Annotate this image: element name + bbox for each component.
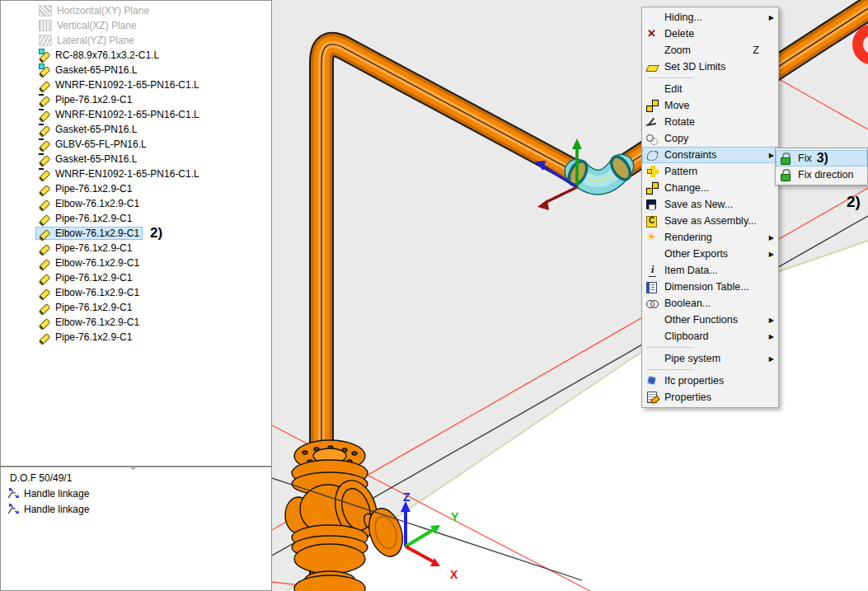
tree-item[interactable]: Vertical(XZ) Plane bbox=[1, 18, 271, 33]
annotation-2-viewport: 2) bbox=[847, 193, 861, 211]
menu-item-icon bbox=[645, 44, 659, 57]
tree-item[interactable]: Elbow-76.1x2.9-C1 bbox=[1, 315, 271, 330]
menu-item-label: Item Data... bbox=[664, 265, 759, 276]
dof-list-item[interactable]: Handle linkage bbox=[1, 485, 271, 501]
part-icon bbox=[39, 227, 50, 239]
dof-list-item[interactable]: Handle linkage bbox=[1, 501, 271, 517]
x-axis-label: X bbox=[450, 568, 458, 581]
menu-item[interactable]: Zoom Z bbox=[642, 42, 778, 59]
menu-item[interactable]: Boolean... bbox=[642, 295, 778, 312]
tree-item[interactable]: WNRF-EN1092-1-65-PN16-C1.L bbox=[1, 167, 271, 181]
tree-item[interactable]: RC-88.9x76.1x3.2-C1.L bbox=[1, 48, 271, 63]
tree-item-content: Pipe-76.1x2.9-C1 bbox=[35, 93, 135, 106]
tree-item-label: Pipe-76.1x2.9-C1 bbox=[55, 94, 132, 106]
dof-list: Handle linkage Handle linkage bbox=[1, 485, 271, 517]
submenu-item[interactable]: Fix direction bbox=[776, 167, 867, 183]
menu-item[interactable]: Save as New... bbox=[642, 196, 778, 213]
menu-item-label: Ifc properties bbox=[664, 375, 759, 387]
tree-item[interactable]: WNRF-EN1092-1-65-PN16-C1.L bbox=[1, 107, 271, 122]
menu-item-icon bbox=[645, 165, 659, 178]
tree-item[interactable]: Lateral(YZ) Plane bbox=[1, 33, 271, 48]
menu-item-icon bbox=[645, 297, 659, 310]
menu-item[interactable]: Edit bbox=[642, 81, 778, 97]
menu-item[interactable]: Delete bbox=[642, 26, 778, 42]
menu-item-label: Move bbox=[664, 100, 759, 111]
tree-item-content: Pipe-76.1x2.9-C1 bbox=[35, 271, 135, 284]
tree-item[interactable]: Pipe-76.1x2.9-C1 bbox=[1, 300, 271, 315]
part-icon bbox=[39, 183, 50, 195]
menu-item-label: Set 3D Limits bbox=[664, 61, 759, 73]
menu-item[interactable]: Change... bbox=[642, 180, 778, 196]
handle-linkage-icon bbox=[7, 487, 20, 500]
tree-item[interactable]: Horizontal(XY) Plane bbox=[1, 3, 271, 18]
tree-item[interactable]: Pipe-76.1x2.9-C1 bbox=[1, 211, 271, 226]
menu-item[interactable]: Clipboard ▶ bbox=[642, 328, 778, 345]
component-tree: Horizontal(XY) Plane Vertical(XZ) Plane … bbox=[1, 3, 271, 345]
menu-item-icon bbox=[695, 341, 708, 354]
menu-item[interactable]: Dimension Table... bbox=[642, 279, 778, 295]
menu-item[interactable]: Pattern bbox=[642, 163, 778, 180]
tree-item[interactable]: Pipe-76.1x2.9-C1 bbox=[1, 181, 271, 196]
menu-item-label: Pattern bbox=[664, 166, 759, 177]
tree-item-label: Pipe-76.1x2.9-C1 bbox=[55, 302, 132, 313]
tree-item-label: Elbow-76.1x2.9-C1 bbox=[55, 198, 139, 209]
dof-panel: ⌄ D.O.F 50/49/1 Handle linkage bbox=[0, 467, 272, 591]
part-icon bbox=[39, 138, 50, 150]
menu-item-label: Pipe system bbox=[664, 353, 759, 364]
menu-item[interactable]: Rendering ▶ bbox=[642, 229, 778, 246]
menu-item-icon bbox=[645, 374, 659, 387]
menu-item[interactable]: Ifc properties bbox=[642, 373, 778, 389]
menu-item[interactable]: Save as Assembly... bbox=[642, 213, 778, 229]
menu-item[interactable]: Rotate bbox=[642, 114, 778, 130]
menu-item-label: Rendering bbox=[664, 232, 759, 243]
tree-item[interactable]: Pipe-76.1x2.9-C1 bbox=[1, 241, 271, 256]
tree-item[interactable]: Pipe-76.1x2.9-C1 bbox=[1, 270, 271, 285]
menu-item-label: Change... bbox=[664, 182, 759, 194]
menu-item[interactable]: Move bbox=[642, 97, 778, 114]
submenu-arrow-icon: ▶ bbox=[767, 251, 774, 258]
menu-item[interactable]: Set 3D Limits bbox=[642, 59, 778, 75]
tree-item-content: WNRF-EN1092-1-65-PN16-C1.L bbox=[35, 167, 203, 181]
menu-item-icon bbox=[645, 198, 659, 211]
z-axis-label: Z bbox=[403, 490, 411, 504]
chevron-down-icon[interactable]: ⌄ bbox=[129, 460, 138, 472]
menu-item[interactable]: Constraints ▶ bbox=[642, 147, 778, 163]
y-axis-label: Y bbox=[451, 510, 459, 523]
tree-item-content: Elbow-76.1x2.9-C1 bbox=[35, 227, 143, 240]
part-icon bbox=[39, 257, 50, 269]
submenu-item[interactable]: Fix 3) bbox=[776, 150, 867, 167]
part-icon bbox=[39, 49, 50, 61]
tree-item[interactable]: Elbow-76.1x2.9-C1 bbox=[1, 256, 271, 270]
menu-item[interactable]: Copy bbox=[642, 130, 778, 147]
component-tree-panel: Horizontal(XY) Plane Vertical(XZ) Plane … bbox=[0, 0, 272, 467]
menu-item-label: Properties bbox=[664, 392, 759, 403]
menu-item-label: Boolean... bbox=[664, 298, 759, 309]
tree-item-label: RC-88.9x76.1x3.2-C1.L bbox=[55, 49, 159, 61]
menu-item[interactable]: Item Data... bbox=[642, 262, 778, 279]
tree-item[interactable]: Elbow-76.1x2.9-C1 2) bbox=[1, 226, 271, 241]
tree-item-label: Elbow-76.1x2.9-C1 bbox=[55, 287, 139, 298]
tree-item[interactable]: WNRF-EN1092-1-65-PN16-C1.L bbox=[1, 77, 271, 92]
tree-item[interactable]: Gasket-65-PN16.L bbox=[1, 122, 271, 137]
menu-item-shortcut: Z bbox=[753, 45, 759, 56]
menu-item[interactable]: Hiding... ▶ bbox=[642, 9, 778, 26]
tree-item-label: Gasket-65-PN16.L bbox=[55, 124, 137, 135]
dof-item-label: Handle linkage bbox=[24, 488, 89, 500]
tree-item[interactable]: Gasket-65-PN16.L bbox=[1, 152, 271, 167]
tree-item[interactable]: Gasket-65-PN16.L bbox=[1, 63, 271, 77]
tree-item[interactable]: Elbow-76.1x2.9-C1 bbox=[1, 196, 271, 211]
tree-item[interactable]: Pipe-76.1x2.9-C1 bbox=[1, 330, 271, 345]
tree-item[interactable]: GLBV-65-FL-PN16.L bbox=[1, 137, 271, 152]
part-icon bbox=[39, 317, 50, 328]
tree-item-label: Pipe-76.1x2.9-C1 bbox=[55, 331, 132, 343]
menu-item-label: Other Functions bbox=[664, 314, 759, 326]
tree-item-label: Lateral(YZ) Plane bbox=[57, 35, 134, 46]
tree-item[interactable]: Elbow-76.1x2.9-C1 bbox=[1, 285, 271, 300]
menu-item[interactable]: Other Exports ▶ bbox=[642, 246, 778, 262]
tree-item[interactable]: Pipe-76.1x2.9-C1 bbox=[1, 92, 271, 107]
menu-item[interactable]: Other Functions ▶ bbox=[642, 312, 778, 328]
menu-item[interactable]: Pipe system ▶ bbox=[642, 350, 778, 367]
tree-item-label: Elbow-76.1x2.9-C1 bbox=[55, 317, 139, 328]
menu-item[interactable]: Properties bbox=[642, 389, 778, 406]
menu-item-icon bbox=[645, 231, 659, 244]
